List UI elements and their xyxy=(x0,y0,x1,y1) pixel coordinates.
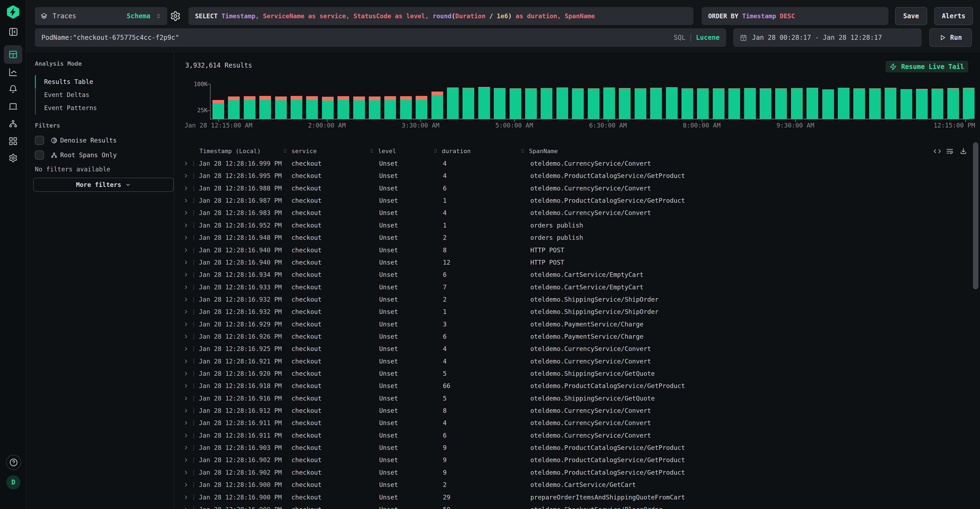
histogram-bar-error[interactable] xyxy=(337,96,349,100)
histogram-bar-error[interactable] xyxy=(494,88,506,88)
wrap-lines-icon[interactable] xyxy=(946,147,954,155)
histogram-bar-ok[interactable] xyxy=(306,100,318,119)
histogram-bar-ok[interactable] xyxy=(510,89,521,119)
row-expand-chevron-icon[interactable] xyxy=(183,210,189,216)
column-drag-handle-icon[interactable] xyxy=(283,148,288,153)
dashboards-grid-icon[interactable] xyxy=(8,137,18,146)
analysis-mode-item-event-patterns[interactable]: Event Patterns xyxy=(44,104,97,112)
row-expand-chevron-icon[interactable] xyxy=(183,370,189,377)
row-expand-chevron-icon[interactable] xyxy=(183,259,189,265)
analysis-mode-item-event-deltas[interactable]: Event Deltas xyxy=(44,91,89,99)
row-expand-chevron-icon[interactable] xyxy=(183,445,189,451)
histogram-bar-ok[interactable] xyxy=(744,88,756,119)
histogram-bar-error[interactable] xyxy=(619,88,630,89)
histogram-bar-ok[interactable] xyxy=(525,89,537,119)
histogram-bar-error[interactable] xyxy=(306,96,318,100)
filter-option-root-spans-only[interactable]: Root Spans Only xyxy=(35,150,117,160)
query-language-toggle[interactable]: SQL | Lucene xyxy=(674,34,720,41)
histogram-bar-error[interactable] xyxy=(807,88,818,88)
histogram-bar-ok[interactable] xyxy=(650,88,662,119)
chart-explorer-icon[interactable] xyxy=(8,68,18,77)
table-row[interactable]: Jan 28 12:28:16.948 PMcheckoutUnset2orde… xyxy=(174,231,980,244)
row-expand-chevron-icon[interactable] xyxy=(183,408,189,413)
histogram-bar-error[interactable] xyxy=(353,96,365,100)
row-expand-chevron-icon[interactable] xyxy=(183,198,189,204)
column-drag-handle-icon[interactable] xyxy=(433,148,438,153)
table-row[interactable]: Jan 28 12:28:16.916 PMcheckoutUnset5otel… xyxy=(174,393,980,405)
histogram-bar-error[interactable] xyxy=(728,88,740,89)
table-row[interactable]: Jan 28 12:28:16.925 PMcheckoutUnset4otel… xyxy=(174,343,980,355)
histogram-bar-ok[interactable] xyxy=(885,88,896,119)
row-expand-chevron-icon[interactable] xyxy=(183,235,189,241)
row-expand-chevron-icon[interactable] xyxy=(183,457,189,463)
histogram-bar-ok[interactable] xyxy=(478,88,490,119)
table-row[interactable]: Jan 28 12:28:16.911 PMcheckoutUnset4otel… xyxy=(174,417,980,429)
table-row[interactable]: Jan 28 12:28:16.902 PMcheckoutUnset9otel… xyxy=(174,454,980,466)
filter-option-denoise-results[interactable]: Denoise Results xyxy=(35,136,117,145)
histogram-bar-ok[interactable] xyxy=(853,89,865,119)
row-expand-chevron-icon[interactable] xyxy=(183,333,189,340)
histogram-bar-ok[interactable] xyxy=(947,89,959,119)
table-row[interactable]: Jan 28 12:28:16.940 PMcheckoutUnset8HTTP… xyxy=(174,244,980,257)
histogram-bar-ok[interactable] xyxy=(212,103,224,119)
save-button[interactable]: Save xyxy=(895,7,927,25)
table-row[interactable]: Jan 28 12:28:16.983 PMcheckoutUnset4otel… xyxy=(174,207,980,219)
histogram-bar-error[interactable] xyxy=(447,88,459,88)
histogram-bar-error[interactable] xyxy=(322,97,334,101)
service-map-icon[interactable] xyxy=(8,119,18,128)
table-row[interactable]: Jan 28 12:28:16.912 PMcheckoutUnset8otel… xyxy=(174,405,980,417)
histogram-bar-ok[interactable] xyxy=(463,88,474,119)
table-row[interactable]: Jan 28 12:28:16.988 PMcheckoutUnset6otel… xyxy=(174,182,980,195)
histogram-bar-ok[interactable] xyxy=(713,89,724,119)
alerts-bell-icon[interactable] xyxy=(8,85,18,94)
histogram-bar-error[interactable] xyxy=(744,88,756,88)
table-row[interactable]: Jan 28 12:28:16.921 PMcheckoutUnset4otel… xyxy=(174,355,980,368)
histogram-bar-ok[interactable] xyxy=(963,88,975,119)
histogram-bar-error[interactable] xyxy=(525,88,537,89)
table-row[interactable]: Jan 28 12:28:16.926 PMcheckoutUnset6otel… xyxy=(174,330,980,343)
view-source-code-icon[interactable] xyxy=(934,147,941,155)
histogram-bar-ok[interactable] xyxy=(244,100,256,119)
histogram-bar-error[interactable] xyxy=(431,91,443,95)
row-expand-chevron-icon[interactable] xyxy=(183,297,189,302)
histogram-bar-ok[interactable] xyxy=(275,100,287,119)
row-expand-chevron-icon[interactable] xyxy=(183,309,189,315)
table-row[interactable]: Jan 28 12:28:16.900 PMcheckoutUnset50ote… xyxy=(174,504,980,509)
column-header-timestamp-local-[interactable]: Timestamp (Local) xyxy=(199,147,261,155)
histogram-bar-ok[interactable] xyxy=(541,88,552,119)
row-expand-chevron-icon[interactable] xyxy=(183,272,189,278)
row-expand-chevron-icon[interactable] xyxy=(183,396,189,401)
histogram-bar-error[interactable] xyxy=(900,89,912,89)
table-row[interactable]: Jan 28 12:28:16.920 PMcheckoutUnset5otel… xyxy=(174,368,980,380)
analysis-mode-item-results-table[interactable]: Results Table xyxy=(44,77,93,86)
histogram-bar-ok[interactable] xyxy=(557,88,568,119)
user-avatar[interactable]: D xyxy=(6,475,21,489)
row-expand-chevron-icon[interactable] xyxy=(183,358,189,364)
histogram-bar-ok[interactable] xyxy=(353,100,365,119)
row-expand-chevron-icon[interactable] xyxy=(183,482,189,488)
histogram-bar-error[interactable] xyxy=(384,96,396,100)
row-expand-chevron-icon[interactable] xyxy=(183,494,189,500)
histogram-bar-error[interactable] xyxy=(869,88,881,89)
table-row[interactable]: Jan 28 12:28:16.932 PMcheckoutUnset2otel… xyxy=(174,294,980,306)
checkbox[interactable] xyxy=(35,150,44,160)
histogram-bar-ok[interactable] xyxy=(681,89,693,119)
column-drag-handle-icon[interactable] xyxy=(369,148,374,153)
row-expand-chevron-icon[interactable] xyxy=(183,346,189,352)
source-settings-gear-icon[interactable] xyxy=(170,11,181,22)
histogram-bar-ok[interactable] xyxy=(869,89,881,119)
histogram-bar-error[interactable] xyxy=(666,87,678,88)
histogram-bar-error[interactable] xyxy=(275,96,287,100)
resume-live-tail-button[interactable]: Resume Live Tail xyxy=(886,61,968,72)
histogram-bar-error[interactable] xyxy=(775,88,787,89)
sessions-laptop-icon[interactable] xyxy=(8,102,18,111)
table-row[interactable]: Jan 28 12:28:16.940 PMcheckoutUnset12HTT… xyxy=(174,257,980,269)
schema-select-value[interactable]: Schema xyxy=(127,12,150,20)
histogram-bar-error[interactable] xyxy=(244,96,256,100)
table-row[interactable]: Jan 28 12:28:16.902 PMcheckoutUnset9otel… xyxy=(174,466,980,479)
histogram-bar-error[interactable] xyxy=(463,88,474,88)
histogram-bar-error[interactable] xyxy=(635,88,646,89)
histogram-bar-ok[interactable] xyxy=(416,100,427,119)
histogram-bar-error[interactable] xyxy=(885,88,896,88)
histogram-bar-ok[interactable] xyxy=(619,89,630,119)
